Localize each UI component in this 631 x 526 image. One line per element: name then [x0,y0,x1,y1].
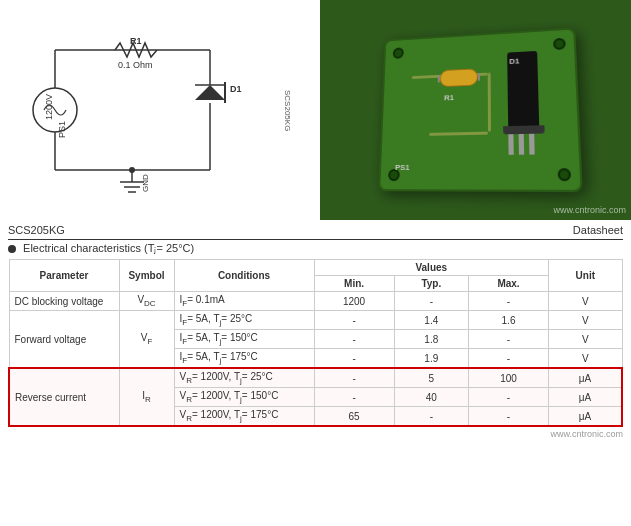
part-number-label: SCS205KG [8,224,65,236]
conditions-cell: VR= 1200V, Tj= 150°C [174,388,314,407]
typ-cell: 40 [394,388,468,407]
unit-header: Unit [549,260,622,292]
datasheet-label: Datasheet [573,224,623,236]
pcb-board: R1 D1 PS1 [378,28,582,193]
symbol-cell: VDC [119,292,174,311]
unit-cell: V [549,292,622,311]
unit-cell: V [549,330,622,349]
typ-cell: - [394,407,468,427]
max-cell: - [468,388,548,407]
typ-cell: - [394,292,468,311]
conditions-cell: IF= 5A, Tj= 175°C [174,349,314,369]
param-cell: Forward voltage [9,311,119,369]
min-header: Min. [314,276,394,292]
bottom-watermark: www.cntronic.com [8,429,623,439]
param-cell: DC blocking voltage [9,292,119,311]
max-cell: - [468,330,548,349]
conditions-cell: IF= 5A, Tj= 150°C [174,330,314,349]
unit-cell: μA [549,407,622,427]
table-row-reverse-current-1: Reverse current IR VR= 1200V, Tj= 25°C -… [9,368,622,388]
typ-cell: 1.9 [394,349,468,369]
symbol-header: Symbol [119,260,174,292]
table-header-row: Parameter Symbol Conditions Values Unit [9,260,622,276]
conditions-cell: IF= 0.1mA [174,292,314,311]
unit-cell: V [549,349,622,369]
conditions-cell: IF= 5A, Tj= 25°C [174,311,314,330]
param-header: Parameter [9,260,119,292]
unit-cell: μA [549,388,622,407]
min-cell: - [314,388,394,407]
svg-text:1200V: 1200V [44,94,54,120]
conditions-cell: VR= 1200V, Tj= 25°C [174,368,314,388]
typ-header: Typ. [394,276,468,292]
svg-text:SCS205KG: SCS205KG [283,90,292,131]
max-cell: 100 [468,368,548,388]
top-section: PS1 1200V R1 0.1 Ohm D1 SCS205KG [0,0,631,220]
min-cell: 65 [314,407,394,427]
bullet-icon [8,245,16,253]
svg-point-21 [129,167,135,173]
watermark: www.cntronic.com [553,205,626,215]
symbol-cell-reverse: IR [119,368,174,426]
unit-cell: V [549,311,622,330]
part-header: SCS205KG Datasheet [8,224,623,236]
max-cell: 1.6 [468,311,548,330]
min-cell: - [314,330,394,349]
svg-text:D1: D1 [230,84,242,94]
conditions-cell: VR= 1200V, Tj= 175°C [174,407,314,427]
max-header: Max. [468,276,548,292]
max-cell: - [468,407,548,427]
svg-text:GND: GND [141,174,150,192]
characteristics-title: Electrical characteristics (Tⱼ= 25°C) [8,242,623,255]
min-cell: - [314,368,394,388]
typ-cell: 1.8 [394,330,468,349]
svg-marker-8 [195,85,225,100]
circuit-diagram: PS1 1200V R1 0.1 Ohm D1 SCS205KG [0,0,320,220]
electrical-characteristics-table: Parameter Symbol Conditions Values Unit … [8,259,623,427]
table-row: Forward voltage VF IF= 5A, Tj= 25°C - 1.… [9,311,622,330]
param-cell-reverse: Reverse current [9,368,119,426]
typ-cell: 1.4 [394,311,468,330]
bottom-section: SCS205KG Datasheet Electrical characteri… [0,220,631,443]
min-cell: - [314,349,394,369]
max-cell: - [468,292,548,311]
max-cell: - [468,349,548,369]
svg-text:0.1 Ohm: 0.1 Ohm [118,60,153,70]
pcb-photo: R1 D1 PS1 www.cntronic.com [320,0,631,220]
min-cell: - [314,311,394,330]
typ-cell: 5 [394,368,468,388]
svg-text:PS1: PS1 [57,121,67,138]
divider-line [8,239,623,240]
values-header: Values [314,260,549,276]
min-cell: 1200 [314,292,394,311]
table-row: DC blocking voltage VDC IF= 0.1mA 1200 -… [9,292,622,311]
conditions-header: Conditions [174,260,314,292]
symbol-cell: VF [119,311,174,369]
unit-cell: μA [549,368,622,388]
